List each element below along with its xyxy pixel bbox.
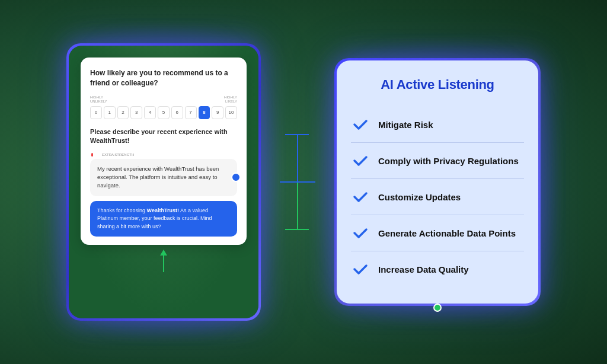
- green-arrow-up: [160, 250, 167, 272]
- feature-label-comply-privacy: Comply with Privacy Regulations: [378, 156, 519, 166]
- right-panel-bottom-dot: [433, 304, 442, 312]
- feature-label-mitigate-risk: Mitigate Risk: [378, 120, 433, 130]
- nps-btn-8[interactable]: 8: [199, 106, 210, 119]
- main-container: How likely are you to recommend us to a …: [19, 43, 588, 321]
- left-panel-wrapper: How likely are you to recommend us to a …: [66, 43, 261, 321]
- survey-question: How likely are you to recommend us to a …: [90, 68, 237, 88]
- check-icon-data-quality: [351, 260, 370, 279]
- feature-item-customize-updates: Customize Updates: [351, 179, 524, 215]
- nps-label-left: HIGHLYUNLIKELY: [90, 95, 107, 104]
- nps-btn-9[interactable]: 9: [212, 106, 223, 119]
- feature-label-data-quality: Increase Data Quality: [378, 264, 469, 274]
- nps-btn-2[interactable]: 2: [117, 106, 129, 119]
- top-connector: [297, 134, 298, 181]
- right-panel-title: AI Active Listening: [351, 77, 524, 92]
- right-panel: AI Active Listening Mitigate Risk: [337, 60, 538, 304]
- nps-label-right: HIGHLYLIKELY: [224, 95, 237, 104]
- left-panel-border: How likely are you to recommend us to a …: [66, 43, 261, 321]
- feature-item-mitigate-risk: Mitigate Risk: [351, 107, 524, 143]
- nps-btn-5[interactable]: 5: [158, 106, 170, 119]
- chat-indicator: [91, 153, 93, 157]
- nps-btn-1[interactable]: 1: [104, 106, 116, 119]
- feature-item-data-quality: Increase Data Quality: [351, 251, 524, 287]
- check-icon-customize-updates: [351, 187, 370, 206]
- ai-reply-text1: Thanks for choosing: [97, 207, 147, 213]
- survey-card: How likely are you to recommend us to a …: [81, 58, 247, 245]
- nps-labels: HIGHLYUNLIKELY HIGHLYLIKELY: [90, 95, 237, 104]
- ai-reply-brand: WealthTrust!: [147, 207, 179, 213]
- nps-scale: HIGHLYUNLIKELY HIGHLYLIKELY 0 1 2 3 4 5 …: [90, 95, 237, 119]
- nps-btn-7[interactable]: 7: [185, 106, 197, 119]
- right-panel-wrapper: AI Active Listening Mitigate Risk: [334, 58, 541, 306]
- chat-area: EXTRA STRENGTH My recent experience with…: [90, 153, 237, 237]
- nps-btn-0[interactable]: 0: [90, 106, 102, 119]
- left-panel: How likely are you to recommend us to a …: [69, 46, 258, 318]
- right-panel-border: AI Active Listening Mitigate Risk: [334, 58, 541, 306]
- nps-btn-4[interactable]: 4: [144, 106, 156, 119]
- ai-reply: Thanks for choosing WealthTrust! As a va…: [90, 201, 237, 237]
- green-arrow-line: [163, 256, 164, 272]
- feature-list: Mitigate Risk Comply with Privacy Regula…: [351, 107, 524, 287]
- feature-label-customize-updates: Customize Updates: [378, 192, 461, 202]
- survey-followup: Please describe your recent experience w…: [90, 127, 237, 146]
- nps-btn-6[interactable]: 6: [171, 106, 183, 119]
- bottom-arrow-wrapper: [81, 250, 247, 272]
- feature-item-actionable-data: Generate Actionable Data Points: [351, 215, 524, 251]
- check-icon-mitigate-risk: [351, 115, 370, 134]
- nps-btn-3[interactable]: 3: [130, 106, 142, 119]
- user-message: My recent experience with WealthTrust ha…: [90, 159, 237, 196]
- check-icon-comply-privacy: [351, 151, 370, 170]
- extra-strength-label: EXTRA STRENGTH: [102, 153, 134, 157]
- bottom-connector: [297, 183, 298, 230]
- feature-label-actionable-data: Generate Actionable Data Points: [378, 228, 516, 238]
- nps-btn-10[interactable]: 10: [225, 106, 237, 119]
- connector-area: [280, 134, 315, 230]
- feature-item-comply-privacy: Comply with Privacy Regulations: [351, 143, 524, 179]
- green-arrow-head: [160, 250, 167, 256]
- nps-numbers: 0 1 2 3 4 5 6 7 8 9 10: [90, 106, 237, 119]
- check-icon-actionable-data: [351, 223, 370, 242]
